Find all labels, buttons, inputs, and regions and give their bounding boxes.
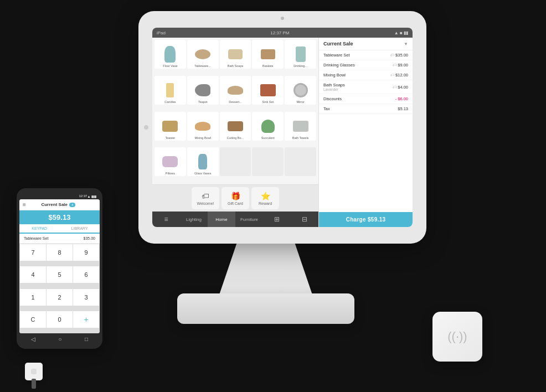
- hamburger-icon[interactable]: ≡: [23, 202, 26, 208]
- home-button[interactable]: ○: [58, 336, 61, 342]
- sale-item-drinking-glasses[interactable]: Drinking Glasses 🏷 $9.00: [319, 60, 413, 70]
- keypad-7[interactable]: 7: [20, 244, 46, 261]
- product-cell-empty-1: [220, 147, 251, 176]
- tablet-status-right: ▲ ■ ▮▮: [394, 30, 408, 35]
- tablet-screen: iPad 12:37 PM ▲ ■ ▮▮ Floor Vase: [152, 28, 413, 227]
- nav-calc-icon[interactable]: ⊟: [291, 212, 318, 227]
- product-item-pillows[interactable]: Pillows: [154, 147, 186, 176]
- recents-button[interactable]: □: [85, 336, 88, 342]
- phone-body: 12:37 ▲ ▮▮▮ ≡ Current Sale 4 $59.13 KEYP…: [17, 188, 102, 349]
- phone-sale-item[interactable]: Tableware Set $35.00: [19, 234, 100, 244]
- charge-button[interactable]: Charge $59.13: [319, 212, 413, 227]
- sale-item-discounts: Discounts - $6.00: [319, 94, 413, 104]
- phone-header: ≡ Current Sale 4: [19, 199, 100, 210]
- nav-menu-icon[interactable]: ≡: [152, 212, 180, 227]
- tag-icon: 🏷: [390, 53, 394, 57]
- product-grid-area: Floor Vase Tableware... Bath Soaps: [152, 38, 318, 227]
- product-item-teapot[interactable]: Teapot: [187, 76, 219, 105]
- tab-library[interactable]: LIBRARY: [60, 224, 100, 233]
- tablet-content-area: Floor Vase Tableware... Bath Soaps: [152, 38, 413, 227]
- sale-item-mixing-name: Mixing Bowl: [323, 73, 346, 78]
- sale-item-tax: Tax $5.13: [319, 104, 413, 114]
- keypad-6[interactable]: 6: [73, 266, 99, 283]
- product-item-bath-soaps[interactable]: Bath Soaps: [220, 40, 251, 69]
- product-item-drinking[interactable]: Drinking...: [285, 40, 316, 69]
- discounts-amount: - $6.00: [395, 96, 408, 101]
- product-item-floor-vase[interactable]: Floor Vase: [154, 40, 186, 69]
- keypad-2[interactable]: 2: [47, 289, 73, 306]
- keypad-0[interactable]: 0: [47, 311, 73, 328]
- keypad-3[interactable]: 3: [73, 289, 99, 306]
- gift-card-button[interactable]: 🎁 Gift Card: [222, 187, 249, 209]
- reader-connector: [32, 379, 36, 389]
- stand-base: [177, 293, 354, 324]
- product-item-sink-set[interactable]: Sink Set: [252, 76, 284, 105]
- gift-card-icon: 🎁: [231, 192, 240, 200]
- back-button[interactable]: ◁: [31, 336, 35, 342]
- tablet-button: [144, 125, 148, 130]
- sale-item-bath-soaps[interactable]: Bath Soaps Lavender 🏷 $4.00: [319, 80, 413, 94]
- sale-title: Current Sale: [323, 41, 353, 47]
- product-item-cutting-board[interactable]: Cutting Bo...: [220, 112, 251, 141]
- phone-signal-icons: ▲ ▮▮▮: [87, 194, 96, 198]
- keypad-plus[interactable]: +: [73, 311, 99, 328]
- product-item-mirror[interactable]: Mirror: [285, 76, 316, 105]
- sale-item-tableware-name: Tableware Set: [323, 53, 350, 58]
- nav-lighting[interactable]: Lighting: [180, 212, 208, 227]
- contactless-icon: ((·)): [447, 329, 467, 344]
- keypad-5[interactable]: 5: [47, 266, 73, 283]
- keypad-4[interactable]: 4: [20, 266, 46, 283]
- phone-keypad: 7 8 9 4 5 6 1 2 3 C 0 +: [19, 244, 100, 333]
- welcome-label: Welcome!: [197, 202, 214, 205]
- tab-keypad[interactable]: KEYPAD: [19, 224, 60, 234]
- welcome-icon: 🏷: [202, 192, 209, 200]
- nav-home[interactable]: Home: [208, 212, 235, 227]
- keypad-1[interactable]: 1: [20, 289, 46, 306]
- sale-chevron-icon[interactable]: ▼: [404, 42, 408, 47]
- tablet-status-left: iPad: [157, 30, 166, 35]
- reward-label: Reward: [259, 202, 272, 205]
- tablet-status-center: 12:37 PM: [270, 30, 289, 35]
- product-cell-empty-3: [285, 147, 316, 176]
- nav-furniture[interactable]: Furniture: [235, 212, 263, 227]
- product-item-toaster[interactable]: Toaster: [154, 112, 186, 141]
- keypad-clear[interactable]: C: [20, 311, 46, 328]
- keypad-9[interactable]: 9: [73, 244, 99, 261]
- phone-sale-item-price: $35.00: [84, 236, 95, 240]
- tag-icon-4: 🏷: [393, 85, 396, 89]
- product-item-mixing-bowl[interactable]: Mixing Bowl: [187, 112, 219, 141]
- product-item-glass-vases[interactable]: Glass Vases: [187, 147, 219, 176]
- sale-item-tableware[interactable]: Tableware Set 🏷 $35.00: [319, 50, 413, 60]
- welcome-button[interactable]: 🏷 Welcome!: [192, 187, 219, 209]
- phone-status-bar: 12:37 ▲ ▮▮▮: [19, 193, 100, 199]
- discounts-label: Discounts: [323, 96, 342, 101]
- tax-label: Tax: [323, 106, 330, 111]
- sale-item-bath-name: Bath Soaps: [323, 82, 345, 87]
- sale-item-bath-sub: Lavender: [323, 87, 345, 91]
- reward-button[interactable]: ⭐ Reward: [251, 187, 279, 209]
- product-item-dessert[interactable]: Dessert...: [220, 76, 251, 105]
- tax-amount: $5.13: [398, 106, 408, 111]
- phone-nav-bar: ◁ ○ □: [19, 333, 100, 344]
- product-grid: Floor Vase Tableware... Bath Soaps: [152, 38, 318, 184]
- product-item-candles[interactable]: Candles: [154, 76, 186, 105]
- sale-items-list: Tableware Set 🏷 $35.00 Drinking Glasses …: [319, 50, 413, 212]
- stand-neck: [219, 241, 313, 296]
- phone-device: 12:37 ▲ ▮▮▮ ≡ Current Sale 4 $59.13 KEYP…: [17, 188, 102, 349]
- sale-header: Current Sale ▼: [319, 38, 413, 50]
- tablet-camera: [281, 17, 284, 20]
- tablet-device: iPad 12:37 PM ▲ ■ ▮▮ Floor Vase: [138, 11, 426, 244]
- nav-grid-icon[interactable]: ⊞: [263, 212, 291, 227]
- phone-screen: ≡ Current Sale 4 $59.13 KEYPAD LIBRARY T…: [19, 199, 100, 333]
- sale-item-tableware-price: 🏷 $35.00: [390, 53, 408, 58]
- tag-icon-3: 🏷: [390, 73, 394, 77]
- sale-item-mixing-bowl[interactable]: Mixing Bowl 🏷 $12.00: [319, 70, 413, 80]
- keypad-8[interactable]: 8: [47, 244, 73, 261]
- product-item-baskets[interactable]: Baskets: [252, 40, 284, 69]
- square-reader-dongle: [25, 363, 43, 380]
- product-item-bath-towels[interactable]: Bath Towels: [285, 112, 316, 141]
- product-item-tableware[interactable]: Tableware...: [187, 40, 219, 69]
- phone-tabs: KEYPAD LIBRARY: [19, 224, 100, 234]
- tablet-nav-bar: ≡ Lighting Home Furniture ⊞ ⊟: [152, 212, 318, 227]
- product-item-succulent[interactable]: Succulent: [252, 112, 284, 141]
